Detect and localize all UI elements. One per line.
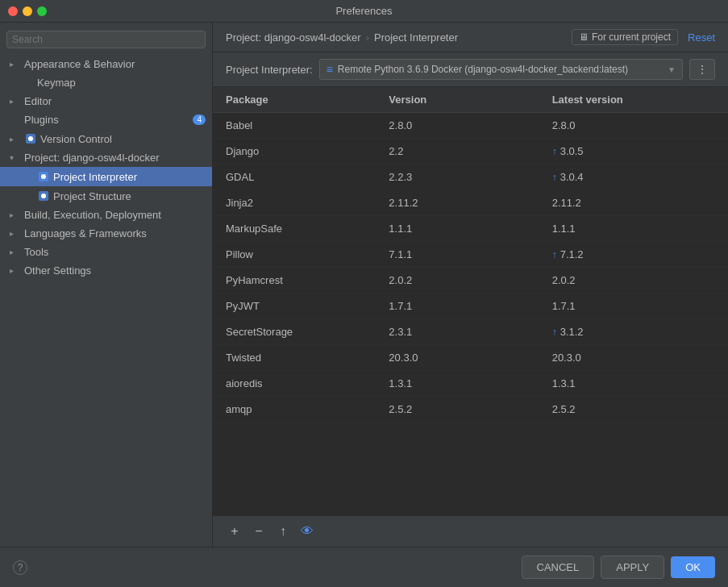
sidebar-item-label: Project Structure [53,190,131,202]
package-latest: 2.8.0 [552,119,715,131]
sidebar-item-project-interpreter[interactable]: Project Interpreter [0,167,212,186]
sidebar-item-label: Appearance & Behavior [24,58,135,70]
breadcrumb-separator: › [366,31,369,44]
sidebar-item-build[interactable]: ▸ Build, Execution, Deployment [0,206,212,224]
apply-button[interactable]: APPLY [601,556,664,579]
svg-point-3 [41,174,46,179]
sidebar-item-other-settings[interactable]: ▸ Other Settings [0,261,212,280]
package-latest: ↑ 7.1.2 [552,248,715,260]
package-latest: 2.0.2 [552,274,715,286]
sidebar-item-project-structure[interactable]: Project Structure [0,186,212,206]
table-row[interactable]: PyJWT 1.7.1 1.7.1 [213,294,728,319]
for-current-project-button[interactable]: 🖥 For current project [572,29,678,45]
table-row[interactable]: Django 2.2 ↑ 3.0.5 [213,139,728,164]
update-arrow-icon: ↑ [552,327,557,338]
chevron-down-icon: ▼ [668,65,676,74]
table-row[interactable]: Jinja2 2.11.2 2.11.2 [213,190,728,216]
close-button[interactable] [8,6,18,16]
table-row[interactable]: aioredis 1.3.1 1.3.1 [213,371,728,397]
sidebar-items-list: ▸ Appearance & Behavior Keymap ▸ Editor … [0,55,212,280]
expand-icon: ▸ [10,229,21,238]
table-row[interactable]: PyHamcrest 2.0.2 2.0.2 [213,268,728,294]
header-right: 🖥 For current project Reset [572,29,715,45]
table-row[interactable]: SecretStorage 2.3.1 ↑ 3.1.2 [213,319,728,345]
window-title: Preferences [335,5,392,17]
sidebar-item-label: Tools [24,246,48,258]
help-button[interactable]: ? [13,560,27,575]
expand-icon: ▸ [10,210,21,219]
sidebar-item-appearance[interactable]: ▸ Appearance & Behavior [0,55,212,73]
package-name: Django [226,145,389,157]
sidebar-item-label: Editor [24,95,52,107]
package-version: 2.8.0 [389,119,551,131]
sidebar-item-label: Other Settings [24,264,91,277]
interpreter-label: Project Interpreter: [226,64,313,76]
package-version: 2.5.2 [389,403,551,415]
column-header-package: Package [226,94,389,106]
package-name: Pillow [226,248,389,260]
window-controls [8,6,47,16]
interpreter-icon: ≡ [327,63,333,76]
sidebar-item-keymap[interactable]: Keymap [0,73,212,92]
help-icon: ? [18,562,23,573]
package-latest: 1.7.1 [552,300,715,312]
interpreter-settings-button[interactable]: ⋮ [689,59,715,80]
breadcrumb: Project: django-osw4l-docker › Project I… [226,31,458,44]
footer-right: CANCEL APPLY OK [522,556,716,579]
sidebar-item-editor[interactable]: ▸ Editor [0,92,212,110]
package-version: 2.2.3 [389,171,551,183]
package-version: 2.11.2 [389,197,551,209]
sidebar-item-project[interactable]: ▾ Project: django-osw4l-docker [0,148,212,167]
table-row[interactable]: amqp 2.5.2 2.5.2 [213,397,728,423]
table-row[interactable]: Babel 2.8.0 2.8.0 [213,113,728,139]
sidebar-search-container [0,27,212,55]
table-row[interactable]: Twisted 20.3.0 20.3.0 [213,345,728,371]
interpreter-selector[interactable]: ≡ Remote Python 3.6.9 Docker (django-osw… [319,59,683,80]
sidebar-item-label: Build, Execution, Deployment [24,209,161,221]
ok-button[interactable]: OK [671,556,715,578]
column-header-version: Version [389,94,551,106]
expand-icon: ▸ [10,97,21,106]
sidebar-item-plugins[interactable]: Plugins 4 [0,110,212,129]
package-latest: 20.3.0 [552,352,715,364]
sidebar-item-languages[interactable]: ▸ Languages & Frameworks [0,224,212,243]
package-latest: ↑ 3.0.5 [552,145,715,157]
main-layout: ▸ Appearance & Behavior Keymap ▸ Editor … [0,23,728,547]
expand-icon: ▸ [10,135,21,144]
package-latest: 1.1.1 [552,223,715,235]
sidebar-item-tools[interactable]: ▸ Tools [0,243,212,261]
package-version: 1.1.1 [389,223,551,235]
table-row[interactable]: MarkupSafe 1.1.1 1.1.1 [213,216,728,242]
package-version: 1.7.1 [389,300,551,312]
sidebar: ▸ Appearance & Behavior Keymap ▸ Editor … [0,23,213,547]
upgrade-package-button[interactable]: ↑ [274,522,292,540]
sidebar-item-version-control[interactable]: ▸ Version Control [0,129,212,148]
svg-point-5 [41,194,46,198]
package-version: 2.2 [389,145,551,157]
package-name: aioredis [226,377,389,389]
table-row[interactable]: GDAL 2.2.3 ↑ 3.0.4 [213,164,728,190]
sidebar-item-label: Version Control [40,133,112,145]
search-input[interactable] [6,31,206,48]
update-arrow-icon: ↑ [552,172,557,183]
footer-left: ? [13,560,27,575]
package-latest: ↑ 3.0.4 [552,171,715,183]
package-latest: 1.3.1 [552,377,715,389]
package-name: Babel [226,119,389,131]
reset-button[interactable]: Reset [688,31,715,44]
minimize-button[interactable] [23,6,32,16]
show-options-button[interactable]: 👁 [298,522,316,540]
cancel-button[interactable]: CANCEL [522,556,595,579]
expand-icon: ▾ [10,153,21,162]
table-row[interactable]: Pillow 7.1.1 ↑ 7.1.2 [213,242,728,268]
remove-package-button[interactable]: − [250,522,268,540]
expand-icon: ▸ [10,266,21,275]
title-bar: Preferences [0,0,728,23]
add-package-button[interactable]: + [226,522,243,540]
item-icon [37,170,50,183]
eye-icon: 👁 [301,524,314,539]
package-name: amqp [226,403,389,415]
interpreter-bar: Project Interpreter: ≡ Remote Python 3.6… [213,52,728,87]
monitor-icon: 🖥 [579,31,589,43]
maximize-button[interactable] [37,6,47,16]
